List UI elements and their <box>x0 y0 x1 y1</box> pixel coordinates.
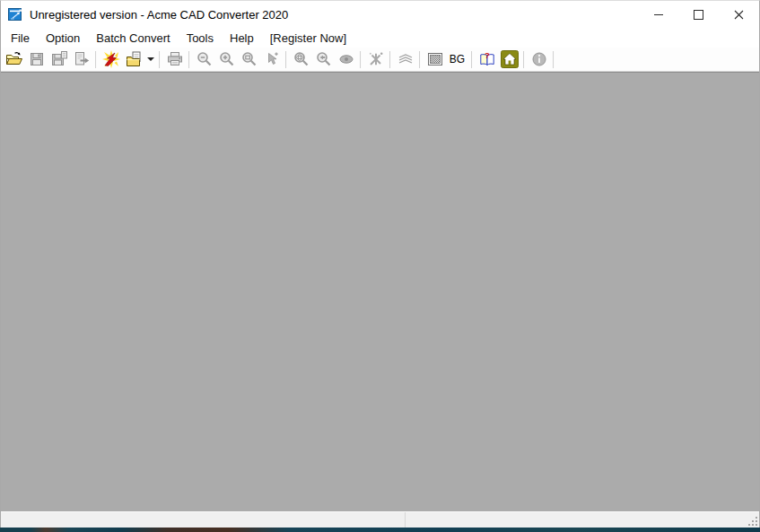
toolbar-separator <box>419 51 421 68</box>
background-dither-button[interactable] <box>424 48 446 70</box>
bg-color-icon: BG <box>450 53 465 65</box>
toolbar-separator <box>471 51 473 68</box>
export-icon <box>73 50 91 68</box>
status-bar <box>1 511 759 528</box>
zoom-previous-button[interactable] <box>312 48 335 70</box>
menu-file[interactable]: File <box>3 30 38 47</box>
toolbar: BG ? <box>1 48 759 72</box>
status-panel-left <box>1 512 406 528</box>
zoom-in-button[interactable] <box>215 48 238 70</box>
acme-cad-converter-app-icon[interactable] <box>8 7 22 22</box>
view-eye-icon <box>337 50 355 68</box>
bg-color-button[interactable]: BG <box>446 48 468 70</box>
help-book-icon: ? <box>478 50 496 68</box>
home-button[interactable] <box>498 48 520 70</box>
toolbar-separator <box>95 51 97 68</box>
batch-convert-dropdown-button[interactable] <box>144 49 156 69</box>
menu-batch-convert[interactable]: Batch Convert <box>88 30 178 47</box>
zoom-out-button[interactable] <box>193 48 215 70</box>
menu-help[interactable]: Help <box>222 30 262 47</box>
close-button[interactable] <box>719 1 759 28</box>
minimize-icon <box>654 14 663 15</box>
maximize-button[interactable] <box>678 1 719 28</box>
maximize-icon <box>694 10 703 20</box>
help-button[interactable]: ? <box>476 48 498 70</box>
background-dither-icon <box>426 50 444 68</box>
batch-convert-icon <box>125 50 143 68</box>
about-info-icon <box>530 50 548 68</box>
save-as-button[interactable] <box>48 48 70 70</box>
convert-to-pdf-button[interactable] <box>100 48 122 70</box>
plot-style-button[interactable] <box>364 48 387 70</box>
toolbar-separator <box>188 51 190 68</box>
app-window: Unregistered version - Acme CAD Converte… <box>0 0 760 528</box>
layers-icon <box>397 50 415 68</box>
minimize-button[interactable] <box>638 1 678 28</box>
batch-convert-button[interactable] <box>122 48 144 70</box>
save-as-icon <box>50 50 68 68</box>
about-button[interactable] <box>528 48 550 70</box>
zoom-window-icon <box>240 50 258 68</box>
status-panel-right <box>406 512 759 528</box>
title-bar[interactable]: Unregistered version - Acme CAD Converte… <box>1 1 759 28</box>
print-button[interactable] <box>163 48 186 70</box>
layers-button[interactable] <box>394 48 416 70</box>
export-button[interactable] <box>70 48 92 70</box>
chevron-down-icon <box>147 57 154 61</box>
zoom-dynamic-button[interactable] <box>260 48 283 70</box>
svg-text:?: ? <box>485 50 490 60</box>
toolbar-separator <box>553 51 555 68</box>
resize-grip[interactable] <box>747 516 758 527</box>
convert-to-pdf-icon <box>102 50 120 68</box>
toolbar-separator <box>389 51 391 68</box>
plot-style-icon <box>367 50 385 68</box>
zoom-extents-button[interactable] <box>290 48 312 70</box>
zoom-in-icon <box>218 50 236 68</box>
zoom-out-icon <box>196 50 214 68</box>
toolbar-separator <box>523 51 525 68</box>
menu-bar: File Option Batch Convert Tools Help [Re… <box>1 28 759 48</box>
toolbar-separator <box>159 51 161 68</box>
open-file-icon <box>5 50 23 68</box>
zoom-extents-icon <box>293 50 310 68</box>
drawing-canvas[interactable] <box>1 72 759 511</box>
caption-buttons <box>638 1 759 28</box>
save-button[interactable] <box>25 48 48 70</box>
view-eye-button[interactable] <box>335 48 357 70</box>
zoom-dynamic-icon <box>263 50 281 68</box>
menu-tools[interactable]: Tools <box>179 30 222 47</box>
home-icon <box>501 50 519 68</box>
print-icon <box>166 50 184 68</box>
close-icon <box>734 10 744 20</box>
toolbar-separator <box>285 51 287 68</box>
menu-register-now[interactable]: [Register Now] <box>262 30 354 47</box>
desktop-background-strip <box>0 528 760 532</box>
save-icon <box>28 50 46 68</box>
zoom-previous-icon <box>315 50 333 68</box>
toolbar-separator <box>360 51 362 68</box>
menu-option[interactable]: Option <box>38 30 88 47</box>
open-file-button[interactable] <box>3 48 25 70</box>
window-title: Unregistered version - Acme CAD Converte… <box>30 8 288 22</box>
zoom-window-button[interactable] <box>238 48 260 70</box>
